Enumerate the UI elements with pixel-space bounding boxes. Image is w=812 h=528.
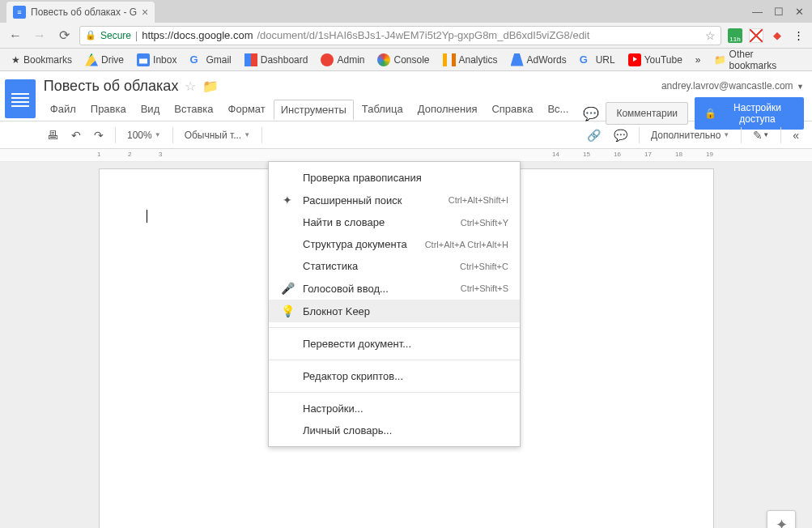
menu-view[interactable]: Вид [134, 100, 167, 120]
menu-item-icon: ✦ [280, 194, 295, 207]
menu-item--[interactable]: Личный словарь... [269, 419, 520, 441]
editing-mode-button[interactable]: ✎ ▼ [748, 126, 774, 144]
tab-close-icon[interactable]: × [142, 6, 148, 19]
menu-item--[interactable]: ✦Расширенный поискCtrl+Alt+Shift+I [269, 189, 520, 211]
menu-item--[interactable]: Редактор скриптов... [269, 365, 520, 387]
share-button[interactable]: 🔒Настройки доступа [695, 97, 804, 130]
collapse-toolbar-button[interactable]: « [788, 126, 804, 144]
window-maximize-button[interactable]: ☐ [774, 6, 784, 18]
menu-item--[interactable]: СтатистикаCtrl+Shift+C [269, 255, 520, 277]
menu-insert[interactable]: Вставка [168, 100, 219, 120]
bm-other[interactable]: 📁Other bookmarks [709, 47, 806, 73]
bm-gmail[interactable]: GGmail [185, 52, 236, 68]
drive-icon [85, 53, 98, 66]
bookmarks-overflow[interactable]: » [691, 53, 706, 67]
docs-logo-icon[interactable] [5, 79, 36, 118]
menu-item-label: Найти в словаре [303, 216, 453, 228]
undo-button[interactable]: ↶ [66, 126, 86, 144]
menu-edit[interactable]: Правка [84, 100, 133, 120]
chevron-down-icon: ▼ [723, 131, 729, 138]
more-tools-dropdown[interactable]: Дополнительно▼ [646, 127, 734, 143]
ext-icon-3[interactable]: ◆ [770, 28, 784, 43]
bm-adwords[interactable]: AdWords [506, 52, 572, 68]
bm-console[interactable]: Console [372, 52, 434, 68]
menu-item--[interactable]: Настройки... [269, 398, 520, 419]
menu-format[interactable]: Формат [222, 100, 272, 120]
menu-item-label: Статистика [303, 260, 452, 272]
style-dropdown[interactable]: Обычный т...▼ [180, 127, 255, 143]
ruler[interactable]: 1 2 3 14 15 16 17 18 19 [0, 149, 812, 162]
bm-dashboard[interactable]: Dashboard [240, 52, 313, 68]
window-controls: — ☐ ✕ [752, 0, 812, 23]
window-close-button[interactable]: ✕ [795, 6, 804, 18]
bookmark-star-icon[interactable]: ☆ [705, 29, 716, 42]
zoom-dropdown[interactable]: 100%▼ [122, 127, 166, 143]
toolbar-separator [780, 127, 781, 143]
link-button[interactable]: 🔗 [582, 126, 606, 144]
doc-title[interactable]: Повесть об облаках [44, 78, 179, 95]
print-button[interactable]: 🖶 [42, 126, 63, 144]
chevron-down-icon: ▼ [155, 131, 161, 138]
menu-table[interactable]: Таблица [355, 100, 410, 120]
analytics-icon [443, 53, 456, 66]
menu-help[interactable]: Справка [485, 100, 539, 120]
bm-drive[interactable]: Drive [80, 52, 129, 68]
menu-item--[interactable]: Проверка правописания [269, 167, 520, 189]
explore-button[interactable]: ✦ [767, 510, 796, 528]
menu-item--[interactable]: Перевести документ... [269, 333, 520, 355]
nav-back-button[interactable]: ← [6, 28, 24, 43]
dashboard-icon [244, 53, 257, 66]
url-field[interactable]: 🔒 Secure | https://docs.google.com/docum… [79, 26, 721, 45]
text-cursor [147, 210, 147, 223]
menu-tools[interactable]: Инструменты [274, 100, 354, 120]
menu-item--[interactable]: Найти в словареCtrl+Shift+Y [269, 211, 520, 233]
bm-url[interactable]: GURL [575, 52, 620, 68]
menu-overflow[interactable]: Вс... [541, 100, 575, 120]
menu-item--keep[interactable]: 💡Блокнот Keep [269, 300, 520, 322]
bm-analytics[interactable]: Analytics [438, 52, 503, 68]
comments-button[interactable]: Комментарии [606, 102, 688, 125]
toolbar-separator [115, 127, 116, 143]
menu-item-label: Блокнот Keep [303, 305, 500, 317]
menu-addons[interactable]: Дополнения [411, 100, 484, 120]
menu-item-shortcut: Ctrl+Alt+Shift+I [449, 195, 508, 205]
youtube-icon [628, 53, 641, 66]
google-g-icon: G [580, 53, 593, 66]
menu-item--[interactable]: 🎤Голосовой ввод...Ctrl+Shift+S [269, 277, 520, 300]
menu-separator [269, 360, 520, 360]
chevron-down-icon: ▼ [244, 131, 250, 138]
star-doc-icon[interactable]: ☆ [185, 79, 196, 94]
comment-bubble-icon[interactable]: 💬 [583, 106, 599, 121]
secure-label: Secure [100, 30, 131, 41]
menu-item--[interactable]: Структура документаCtrl+Alt+A Ctrl+Alt+H [269, 233, 520, 255]
email-dropdown-icon[interactable]: ▼ [797, 83, 804, 91]
chrome-menu-icon[interactable]: ⋮ [791, 28, 806, 43]
menu-item-label: Структура документа [303, 238, 417, 250]
docs-app: Повесть об облаках ☆ 📁 Файл Правка Вид В… [0, 71, 812, 528]
toolbar-separator [172, 127, 173, 143]
user-email[interactable]: andrey.lavrov@wancastle.com [661, 80, 793, 92]
url-path: /document/d/1sHAI6sBJs1-J4wEM7i5t2Yp-gxp… [257, 29, 589, 41]
browser-tab[interactable]: ≡ Повесть об облаках - G × [6, 2, 155, 23]
bm-inbox[interactable]: Inbox [132, 52, 181, 68]
bm-admin[interactable]: Admin [316, 52, 369, 68]
ext-gmail-icon[interactable] [749, 28, 763, 43]
move-to-folder-icon[interactable]: 📁 [202, 79, 219, 94]
redo-button[interactable]: ↷ [89, 126, 108, 144]
menu-separator [269, 392, 520, 393]
comment-button[interactable]: 💬 [609, 126, 632, 144]
ext-icon-1[interactable]: 11h [728, 28, 742, 43]
bm-youtube[interactable]: YouTube [623, 52, 687, 68]
bookmarks-label[interactable]: ★ Bookmarks [6, 53, 77, 67]
nav-forward-button[interactable]: → [31, 28, 49, 43]
browser-chrome: ≡ Повесть об облаках - G × — ☐ ✕ ← → ⟳ 🔒… [0, 0, 812, 71]
console-icon [377, 53, 390, 66]
menu-file[interactable]: Файл [44, 100, 83, 120]
inbox-icon [137, 53, 150, 66]
menu-item-icon: 💡 [280, 304, 295, 317]
window-minimize-button[interactable]: — [752, 6, 763, 18]
menu-bar: Файл Правка Вид Вставка Формат Инструмен… [44, 100, 576, 120]
menu-item-label: Личный словарь... [303, 424, 500, 436]
nav-reload-button[interactable]: ⟳ [55, 28, 73, 43]
admin-icon [321, 53, 334, 66]
